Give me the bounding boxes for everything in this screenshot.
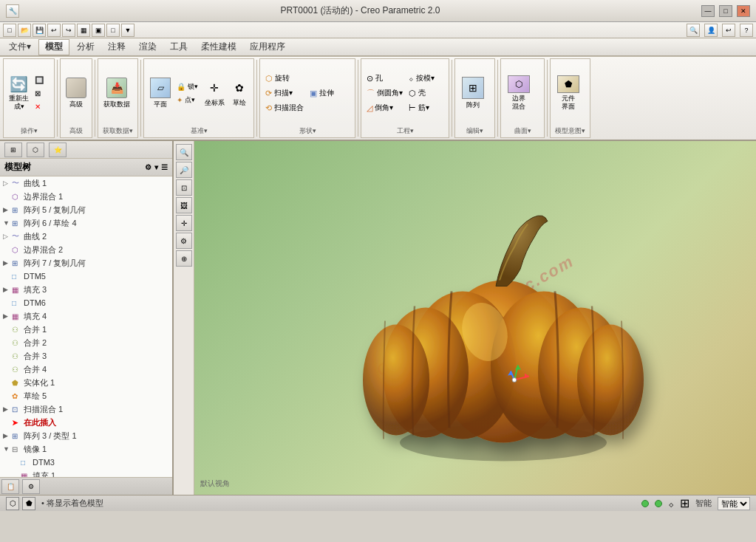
sweep-blend-btn[interactable]: ⟲扫描混合 (263, 100, 306, 115)
op-btn1[interactable]: 🔲 (33, 73, 46, 86)
undo-btn[interactable]: ↩ (722, 24, 735, 37)
getdata-btn[interactable]: 📥 获取数据 (101, 74, 132, 112)
boundary-blend-btn[interactable]: ⬡ 边界混合 (504, 74, 534, 112)
qb-btn5[interactable]: ↪ (62, 24, 75, 37)
menu-tools[interactable]: 工具 (164, 39, 194, 55)
tree-item-merge2[interactable]: ⚇ 合并 2 (0, 336, 172, 349)
menu-apps[interactable]: 应用程序 (244, 39, 291, 55)
component-surface-btn[interactable]: ⬟ 元件界面 (554, 74, 583, 112)
fillet-btn[interactable]: ⌒倒圆角▾ (364, 86, 405, 100)
tree-item-dtm6[interactable]: □ DTM6 (0, 296, 172, 309)
op-btn3[interactable]: ✕ (33, 100, 46, 113)
qb-new[interactable]: □ (3, 24, 16, 37)
tree-item-fill3[interactable]: ▶ ▦ 填充 3 (0, 283, 172, 296)
tree-item-mirror1[interactable]: ▼ ⊟ 镜像 1 (0, 442, 172, 456)
regenerate-btn[interactable]: 🔄 重新生成▾ (7, 74, 31, 112)
tree-item-merge4[interactable]: ⚇ 合并 4 (0, 363, 172, 376)
menu-render[interactable]: 渲染 (133, 39, 163, 55)
menu-annotation[interactable]: 注释 (102, 39, 132, 55)
array-btn[interactable]: ⊞ 阵列 (458, 74, 488, 112)
shape-col2: ▣拉伸 (307, 86, 336, 100)
coordsys-btn[interactable]: ✛ 坐标系 (201, 74, 228, 112)
shell-btn[interactable]: ⬡壳 (406, 86, 437, 100)
tree-item-curve2[interactable]: ▷ 〜 曲线 2 (0, 230, 172, 243)
qb-btn8[interactable]: □ (106, 24, 120, 37)
tree-item-sketch5[interactable]: ✿ 草绘 5 (0, 389, 172, 402)
sweep-btn[interactable]: ⟳扫描▾ (263, 86, 306, 100)
tree-item-array6[interactable]: ▼ ⊞ 阵列 6 / 草绘 4 (0, 216, 172, 230)
qb-btn4[interactable]: ↩ (47, 24, 61, 37)
tree-item-dtm5[interactable]: □ DTM5 (0, 270, 172, 283)
extrude2-btn[interactable]: ▣拉伸 (307, 86, 336, 100)
hole-btn[interactable]: ⊙孔 (364, 71, 405, 86)
tree-item-dtm3[interactable]: □ DTM3 (0, 456, 172, 469)
tree-item-sweep-blend1[interactable]: ▶ ⊡ 扫描混合 1 (0, 402, 172, 416)
tree-item-fill4[interactable]: ▶ ▦ 填充 4 (0, 309, 172, 323)
tree-tab2[interactable]: ⬡ (27, 143, 44, 157)
statusbar-icon2[interactable]: ⬟ (22, 497, 35, 510)
tree-item-merge3[interactable]: ⚇ 合并 3 (0, 349, 172, 363)
qb-btn7[interactable]: ▣ (92, 24, 105, 37)
panel-tab1[interactable]: 📋 (1, 479, 19, 494)
tree-item-curve1[interactable]: ▷ 〜 曲线 1 (0, 176, 172, 190)
sep6 (452, 60, 452, 137)
3d-viewport[interactable]: Creo精读 www.caxtc.com (194, 141, 756, 495)
expand-fill3: ▶ (3, 286, 10, 293)
rib-btn[interactable]: ⊢筋▾ (406, 100, 437, 115)
panel-tab2[interactable]: ⚙ (22, 479, 40, 494)
close-button[interactable]: ✕ (737, 5, 750, 17)
ribbon-group-operations: 🔄 重新生成▾ 🔲 ⊠ ✕ 操作▾ (3, 58, 55, 138)
tree-item-merge1[interactable]: ⚇ 合并 1 (0, 323, 172, 336)
chamfer-btn[interactable]: ◿倒角▾ (364, 100, 405, 115)
touch-btn[interactable]: ⬦按模▾ (406, 71, 437, 86)
sketch-btn[interactable]: ✿ 草绘 (228, 74, 251, 112)
help-btn[interactable]: ? (740, 24, 753, 37)
view-settings[interactable]: ⚙ (176, 233, 192, 249)
tree-item-boundary1[interactable]: ⬡ 边界混合 1 (0, 190, 172, 203)
tree-item-solidify1[interactable]: ⬟ 实体化 1 (0, 376, 172, 389)
search-btn[interactable]: 🔍 (687, 24, 700, 37)
qb-save[interactable]: 💾 (33, 24, 46, 37)
extrude-btn[interactable]: ⬡旋转 (263, 71, 306, 86)
point-btn[interactable]: ✦点▾ (174, 93, 200, 106)
menu-file[interactable]: 文件▾ (3, 39, 37, 55)
statusbar-icon1[interactable]: ⬡ (6, 497, 19, 510)
op-btn2[interactable]: ⊠ (33, 86, 46, 100)
model-icon[interactable]: ⊞ (680, 496, 689, 510)
view-image[interactable]: 🖼 (176, 197, 192, 213)
menu-flexible[interactable]: 柔性建模 (195, 39, 242, 55)
tree-item-insert-here[interactable]: ➤ 在此插入 (0, 416, 172, 429)
tree-item-array5[interactable]: ▶ ⊞ 阵列 5 / 复制几何 (0, 203, 172, 216)
graph-icon[interactable]: ⬦ (668, 498, 674, 510)
user-btn[interactable]: 👤 (704, 24, 718, 37)
plane-icon: ▱ (150, 78, 171, 98)
view-zoom-out[interactable]: 🔎 (176, 162, 192, 178)
tree-item-fill1[interactable]: ▦ 填充 1 (0, 469, 172, 477)
view-fit[interactable]: ⊡ (176, 179, 192, 196)
smart-select[interactable]: 智能 选择 (718, 497, 750, 510)
qb-more[interactable]: ▼ (121, 24, 134, 37)
maximize-button[interactable]: □ (719, 5, 732, 17)
tree-tab3[interactable]: ⭐ (49, 143, 67, 157)
advanced-btn[interactable]: 高级 (64, 74, 89, 112)
tree-item-array3[interactable]: ▶ ⊞ 阵列 3 / 类型 1 (0, 429, 172, 442)
tree-expand-icon[interactable]: ▾ (154, 163, 158, 171)
plane-btn[interactable]: ▱ 平面 (147, 74, 174, 112)
menu-analysis[interactable]: 分析 (71, 39, 101, 55)
qb-open[interactable]: 📂 (18, 24, 31, 37)
minimize-button[interactable]: — (701, 5, 715, 17)
tree-menu-icon[interactable]: ☰ (161, 163, 168, 171)
app-icon[interactable]: 🔧 (6, 4, 19, 18)
tree-content[interactable]: ▷ 〜 曲线 1 ⬡ 边界混合 1 ▶ ⊞ 阵列 5 / 复制几何 ▼ ⊞ 阵列… (0, 176, 172, 477)
view-transform[interactable]: ✛ (176, 215, 192, 231)
view-zoom-in[interactable]: 🔍 (176, 144, 192, 160)
tree-tab1[interactable]: ⊞ (4, 143, 22, 157)
lock-btn[interactable]: 🔒锁▾ (174, 80, 200, 93)
tree-item-array7[interactable]: ▶ ⊞ 阵列 7 / 复制几何 (0, 256, 172, 270)
tree-item-boundary2[interactable]: ⬡ 边界混合 2 (0, 243, 172, 256)
shape-col1: ⬡旋转 ⟳扫描▾ ⟲扫描混合 (263, 71, 306, 115)
tree-settings-icon[interactable]: ⚙ (145, 163, 151, 171)
view-node[interactable]: ⊕ (176, 250, 192, 267)
qb-window[interactable]: ▦ (77, 24, 90, 37)
menu-model[interactable]: 模型 (38, 39, 69, 55)
